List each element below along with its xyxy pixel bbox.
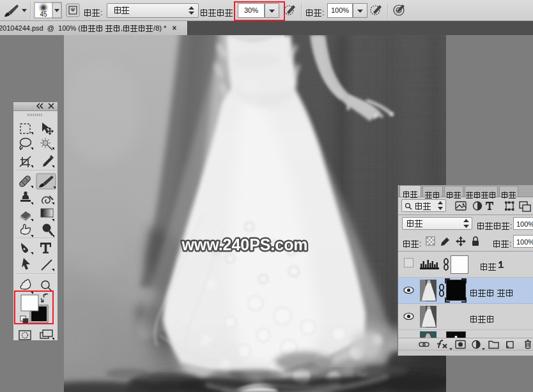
svg-text:45: 45 bbox=[40, 11, 47, 18]
svg-text:www.240PS.com: www.240PS.com bbox=[182, 235, 308, 254]
